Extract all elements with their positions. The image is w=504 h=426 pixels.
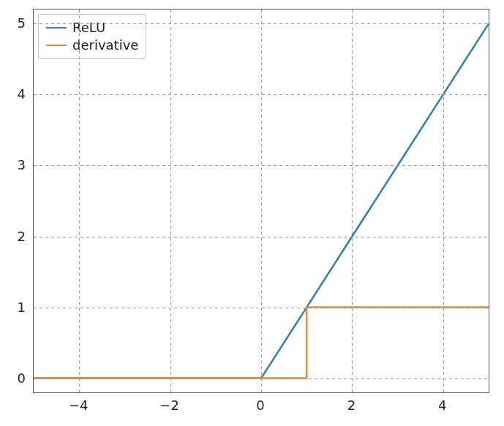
legend: ReLUderivative <box>38 14 146 59</box>
figure: ReLUderivative 012345−4−2024 <box>0 0 504 426</box>
gridline-vertical <box>261 9 262 392</box>
y-tick-label: 0 <box>18 370 26 385</box>
x-tick-label: 0 <box>256 398 264 413</box>
x-tick-label: −2 <box>159 398 179 413</box>
plot-area: ReLUderivative <box>33 9 489 393</box>
y-tick-label: 3 <box>18 157 26 172</box>
x-tick-label: −4 <box>69 398 89 413</box>
legend-swatch <box>46 27 67 28</box>
gridline-vertical <box>79 9 80 392</box>
legend-label: ReLU <box>72 19 105 37</box>
y-tick-label: 2 <box>18 228 26 243</box>
legend-swatch <box>46 45 67 46</box>
x-tick-label: 2 <box>347 398 356 413</box>
gridline-vertical <box>170 9 171 392</box>
y-tick-label: 4 <box>18 86 26 102</box>
y-tick-label: 5 <box>18 15 26 31</box>
gridline-vertical <box>443 9 444 392</box>
x-tick-label: 4 <box>438 398 446 413</box>
legend-item: derivative <box>46 37 138 54</box>
y-tick-label: 1 <box>18 299 26 314</box>
legend-item: ReLU <box>46 19 138 37</box>
gridline-vertical <box>352 9 353 392</box>
legend-label: derivative <box>72 37 138 54</box>
